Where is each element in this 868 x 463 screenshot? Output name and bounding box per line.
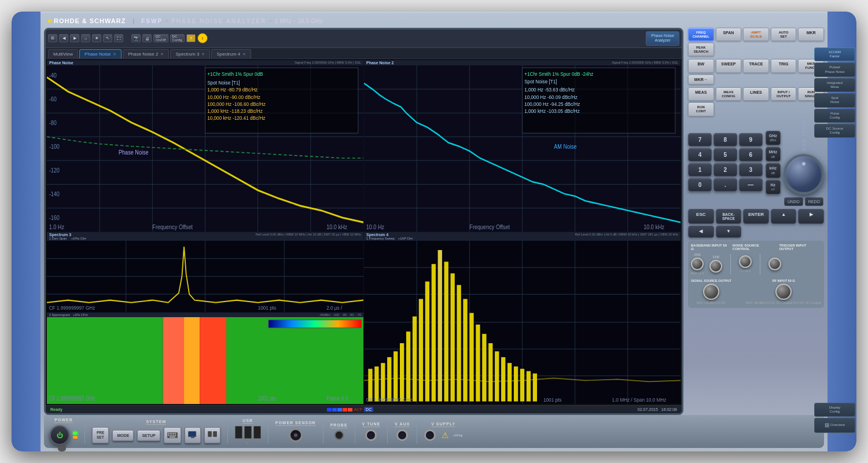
bw-btn[interactable]: BW xyxy=(688,59,714,72)
svg-rect-125 xyxy=(189,432,196,436)
freq-channel-btn[interactable]: FREQCHANNEL xyxy=(688,28,714,41)
up-arrow-btn[interactable]: ▲ xyxy=(771,209,797,224)
tab-spectrum3[interactable]: Spectrum 3✕ xyxy=(170,49,210,58)
back-icon[interactable]: ◀ xyxy=(59,34,68,42)
camera-icon[interactable]: 📷 xyxy=(131,34,141,42)
key-2[interactable]: 2 xyxy=(713,163,737,177)
input-output-btn[interactable]: INPUT /OUTPUT xyxy=(771,87,797,101)
keyboard-icon[interactable] xyxy=(164,427,181,443)
svg-rect-66 xyxy=(226,317,363,404)
split-icon[interactable] xyxy=(204,427,220,443)
key-minus[interactable]: — xyxy=(739,178,763,192)
left-handle xyxy=(12,12,41,451)
tab-spectrum4[interactable]: Spectrum 4✕ xyxy=(211,49,251,58)
help-icon[interactable]: ? xyxy=(186,34,196,42)
preset-btn[interactable]: PRESET xyxy=(92,427,109,443)
svg-rect-93 xyxy=(438,250,442,401)
undo-btn[interactable]: UNDO xyxy=(784,197,803,206)
rf-input-port[interactable] xyxy=(775,284,792,300)
svg-text:CF 1.999999997 GHz: CF 1.999999997 GHz xyxy=(49,305,95,311)
vsupply-port[interactable] xyxy=(424,429,436,441)
svg-text:100,000 Hz  -106.60 dBc/Hz: 100,000 Hz -106.60 dBc/Hz xyxy=(207,101,266,107)
lines-btn[interactable]: LINES xyxy=(743,87,769,101)
key-1[interactable]: 1 xyxy=(688,163,712,177)
tab-phasenoise[interactable]: Phase Noise✕ xyxy=(79,49,122,58)
svg-text:1,000 kHz   -103.05 dBc/Hz: 1,000 kHz -103.05 dBc/Hz xyxy=(524,108,580,114)
esc-btn[interactable]: ESC xyxy=(688,209,714,224)
run-cont-btn[interactable]: RUNCONT xyxy=(688,102,714,116)
ch1-port[interactable] xyxy=(691,258,704,270)
main-screen: ⊞ ◀ ▶ ⌂ ★ ↖ ⛶ 📷 🖨 DCOn/Off DCConfig ? ! … xyxy=(44,28,683,415)
resize-icon[interactable]: ⛶ xyxy=(114,34,123,42)
vtune-port[interactable] xyxy=(365,429,377,441)
signal-source-port[interactable] xyxy=(703,284,719,300)
alert-icon[interactable]: ! xyxy=(197,33,208,43)
meas-btn[interactable]: MEAS xyxy=(688,87,714,101)
noise-source-port[interactable] xyxy=(739,255,752,268)
power-button[interactable]: ⏻ xyxy=(50,425,69,445)
key-3[interactable]: 3 xyxy=(739,163,763,177)
windows-icon[interactable]: ⊞ xyxy=(48,34,57,42)
warning-icon: ⚠ xyxy=(442,431,449,440)
svg-rect-96 xyxy=(457,285,461,402)
ch1-label: CH1 xyxy=(694,253,701,256)
tab-multiview[interactable]: MultiView xyxy=(48,49,78,58)
dc-icon[interactable]: DCOn/Off xyxy=(153,34,168,42)
key-4[interactable]: 4 xyxy=(688,148,712,161)
key-0[interactable]: 0 xyxy=(688,178,712,192)
forward-icon[interactable]: ▶ xyxy=(70,34,79,42)
left-arrow-btn[interactable]: ◀ xyxy=(688,226,714,238)
display-icon[interactable] xyxy=(185,427,201,443)
print-icon[interactable]: 🖨 xyxy=(142,34,152,42)
cursor-icon[interactable]: ↖ xyxy=(103,34,112,42)
key-6[interactable]: 6 xyxy=(739,148,763,161)
svg-rect-95 xyxy=(451,274,455,402)
power-sensor-port[interactable] xyxy=(289,428,303,442)
dc-config-icon[interactable]: DCConfig xyxy=(170,34,185,42)
mkr-btn[interactable]: MKR xyxy=(798,28,824,41)
svg-rect-102 xyxy=(495,351,499,401)
ampt-scale-btn[interactable]: AMPTSCALE xyxy=(743,28,769,41)
home-icon[interactable]: ⌂ xyxy=(81,34,90,42)
star-icon[interactable]: ★ xyxy=(92,34,101,42)
right-arrow-btn[interactable]: ▶ xyxy=(798,209,824,224)
svg-rect-113 xyxy=(168,433,169,434)
setup-btn[interactable]: SETUP xyxy=(137,430,160,441)
key-7[interactable]: 7 xyxy=(688,133,712,146)
phase-noise-analyzer-btn[interactable]: Phase NoiseAnalyzer xyxy=(646,31,679,46)
span-btn[interactable]: SPAN xyxy=(716,28,742,41)
key-8[interactable]: 8 xyxy=(713,133,737,146)
key-mhz[interactable]: MHzdB xyxy=(766,147,781,161)
usb-port-3[interactable] xyxy=(253,426,261,439)
down-arrow-btn[interactable]: ▼ xyxy=(716,226,742,238)
usb-port-2[interactable] xyxy=(244,426,252,439)
key-dot[interactable]: . xyxy=(713,178,737,192)
mkr-arrow-btn[interactable]: MKR→ xyxy=(688,75,714,85)
key-khz[interactable]: kHzdB xyxy=(766,163,781,178)
unit-keys: GHzdBm MHzdB kHzdB HznV xyxy=(766,131,781,195)
ch2-port[interactable] xyxy=(709,260,722,273)
meas-config-btn[interactable]: MEASCONFIG xyxy=(716,87,742,101)
sweep-btn[interactable]: SWEEP xyxy=(716,59,742,72)
trig-btn[interactable]: TRIG xyxy=(771,59,797,72)
svg-text:+1Chr Smith 1% Spur 0dB -24hz: +1Chr Smith 1% Spur 0dB -24hz xyxy=(524,71,594,78)
trigger-port[interactable] xyxy=(768,258,781,270)
enter-btn[interactable]: ENTER xyxy=(743,209,769,224)
backspace-btn[interactable]: BACK-SPACE xyxy=(716,209,742,224)
ch2-label: CH2 xyxy=(713,255,719,259)
key-ghz[interactable]: GHzdBm xyxy=(766,131,781,145)
tab-phasenoise2[interactable]: Phase Noise 2✕ xyxy=(123,49,169,58)
redo-btn[interactable]: REDO xyxy=(805,197,823,206)
peak-search-btn[interactable]: PEAKSEARCH xyxy=(688,43,714,56)
key-hz[interactable]: HznV xyxy=(766,180,781,194)
usb-port-1[interactable] xyxy=(235,426,242,439)
trace-btn[interactable]: TRACE xyxy=(743,59,769,72)
key-9[interactable]: 9 xyxy=(739,133,763,146)
auto-set-btn[interactable]: AUTOSET xyxy=(771,28,797,41)
mode-btn[interactable]: MODE xyxy=(112,430,134,441)
probe-group: PROBE xyxy=(330,423,348,440)
key-5[interactable]: 5 xyxy=(713,148,737,161)
probe-port[interactable] xyxy=(334,431,344,440)
rotary-knob[interactable] xyxy=(784,154,824,194)
vaux-port[interactable] xyxy=(396,429,408,441)
